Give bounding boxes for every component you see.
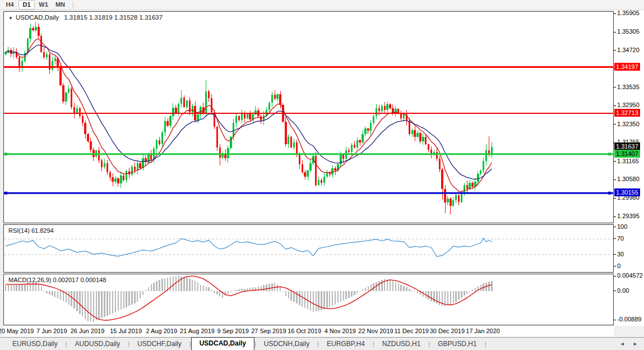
price-axis[interactable]: 1.359051.353051.347201.341351.335351.329… bbox=[614, 10, 644, 326]
rsi-axis-label: 0 bbox=[617, 262, 620, 269]
price-badge-1.32713: 1.32713 bbox=[614, 109, 640, 117]
rsi-chart[interactable] bbox=[4, 225, 613, 272]
timeframe-button-mn[interactable]: MN bbox=[52, 0, 68, 10]
rsi-panel[interactable]: RSI(14) 61.8294 bbox=[3, 224, 614, 273]
date-axis-label: 21 Aug 2019 bbox=[180, 328, 215, 334]
chart-symbol-label: USDCAD,Daily bbox=[16, 14, 59, 21]
price-axis-label: 1.30580 bbox=[617, 176, 640, 182]
hline-handle[interactable] bbox=[4, 153, 7, 155]
price-axis-tick bbox=[614, 13, 616, 14]
price-axis-label: 1.29395 bbox=[617, 213, 640, 219]
price-axis-tick bbox=[614, 198, 616, 199]
chart-tabs-bar: EURUSD,Daily|AUDUSD,Daily|USDCHF,Daily|U… bbox=[0, 337, 644, 350]
price-axis-tick bbox=[614, 179, 616, 180]
date-axis-label: 17 Jan 2020 bbox=[466, 328, 500, 334]
price-axis-tick bbox=[614, 105, 616, 106]
price-axis-tick bbox=[614, 32, 616, 33]
tab-scroll-left-icon[interactable]: ◄ bbox=[620, 341, 628, 347]
price-axis-label: 1.35905 bbox=[617, 10, 640, 16]
timeframe-button-d1[interactable]: D1 bbox=[18, 0, 35, 10]
date-axis-label: 27 Sep 2019 bbox=[251, 328, 286, 334]
tab-separator: | bbox=[485, 340, 487, 347]
rsi-axis-tick bbox=[614, 238, 616, 239]
price-axis-label: 1.34720 bbox=[617, 47, 640, 53]
rsi-axis-label: 30 bbox=[617, 251, 624, 257]
date-axis-label: 26 Jun 2019 bbox=[71, 328, 105, 334]
rsi-label: RSI(14) 61.8294 bbox=[8, 227, 54, 234]
price-axis-label: 1.32350 bbox=[617, 121, 640, 127]
macd-axis-label: 0.00 bbox=[617, 287, 629, 294]
date-axis-label: 15 Jul 2019 bbox=[110, 328, 142, 334]
rsi-axis-tick bbox=[614, 227, 616, 227]
chart-tab-eurusd[interactable]: EURUSD,Daily bbox=[4, 338, 66, 350]
hline-handle[interactable] bbox=[608, 153, 611, 155]
timeframe-button-h4[interactable]: H4 bbox=[2, 0, 18, 10]
date-axis[interactable]: 20 May 20197 Jun 201926 Jun 201915 Jul 2… bbox=[3, 326, 614, 337]
price-chart-panel[interactable]: ▼USDCAD,Daily1.31815 1.31819 1.31528 1.3… bbox=[3, 11, 614, 223]
price-axis-tick bbox=[614, 217, 616, 217]
rsi-axis-label: 100 bbox=[617, 223, 627, 230]
price-axis-label: 1.33535 bbox=[617, 84, 640, 90]
price-badge-1.31407: 1.31407 bbox=[614, 150, 640, 158]
chart-ohlc-values: 1.31815 1.31819 1.31528 1.31637 bbox=[64, 14, 163, 21]
rsi-axis-tick bbox=[614, 254, 616, 255]
macd-label: MACD(12,26,9) 0.002017 0.000148 bbox=[8, 277, 106, 283]
candles bbox=[4, 22, 493, 214]
symbol-dropdown-icon[interactable]: ▼ bbox=[8, 16, 13, 21]
timeframe-toolbar: H4D1W1MN bbox=[0, 0, 644, 10]
macd-axis-label: -0.00889 bbox=[617, 316, 641, 323]
chart-tab-gbpusd[interactable]: GBPUSD,H1 bbox=[430, 338, 484, 350]
price-badge-1.34197: 1.34197 bbox=[614, 63, 640, 71]
date-axis-label: 9 Sep 2019 bbox=[217, 328, 249, 334]
hline-handle[interactable] bbox=[4, 192, 7, 195]
price-axis-tick bbox=[614, 124, 616, 125]
macd-panel[interactable]: MACD(12,26,9) 0.002017 0.000148 bbox=[3, 274, 614, 325]
price-axis-tick bbox=[614, 50, 616, 50]
date-axis-label: 16 Oct 2019 bbox=[288, 328, 321, 334]
date-axis-label: 20 May 2019 bbox=[0, 328, 34, 334]
macd-axis-tick bbox=[614, 276, 616, 277]
date-axis-label: 7 Jun 2019 bbox=[36, 328, 67, 334]
macd-axis-tick bbox=[614, 291, 616, 291]
price-badge-1.30155: 1.30155 bbox=[614, 188, 640, 196]
candlestick-chart[interactable] bbox=[4, 12, 613, 223]
rsi-axis-tick bbox=[614, 266, 616, 266]
terminal-window: H4D1W1MN ▼USDCAD,Daily1.31815 1.31819 1.… bbox=[0, 0, 644, 350]
chart-tab-eurgbp[interactable]: EURGBP,H4 bbox=[319, 338, 373, 350]
price-axis-label: 1.35305 bbox=[617, 28, 640, 35]
price-axis-label: 1.31165 bbox=[617, 158, 639, 164]
chart-tab-usdcad[interactable]: USDCAD,Daily bbox=[191, 337, 254, 350]
rsi-axis-label: 70 bbox=[617, 235, 624, 242]
tab-scroll-arrows[interactable]: ◄ ► bbox=[620, 341, 641, 347]
chart-tab-nzdusd[interactable]: NZDUSD,H1 bbox=[374, 338, 429, 350]
chart-tab-audusd[interactable]: AUDUSD,Daily bbox=[67, 338, 128, 350]
date-axis-label: 11 Dec 2019 bbox=[394, 328, 429, 334]
toolbar-separator bbox=[73, 1, 73, 8]
chart-title: ▼USDCAD,Daily1.31815 1.31819 1.31528 1.3… bbox=[8, 14, 163, 21]
macd-axis-tick bbox=[614, 320, 616, 320]
ma-line-8 bbox=[6, 39, 492, 192]
timeframe-button-w1[interactable]: W1 bbox=[35, 0, 52, 10]
price-axis-tick bbox=[614, 161, 616, 162]
rsi-line bbox=[6, 238, 492, 257]
price-axis-label: 1.32950 bbox=[617, 102, 640, 108]
hline-handle[interactable] bbox=[608, 192, 611, 195]
chart-tab-usdcnh[interactable]: USDCNH,Daily bbox=[256, 338, 317, 350]
price-axis-tick bbox=[614, 87, 616, 88]
date-axis-label: 2 Aug 2019 bbox=[146, 328, 177, 334]
chart-tab-usdchf[interactable]: USDCHF,Daily bbox=[129, 338, 189, 350]
macd-axis-label: 0.004572 bbox=[617, 272, 643, 279]
date-axis-label: 22 Nov 2019 bbox=[358, 328, 393, 334]
date-axis-label: 30 Dec 2019 bbox=[430, 328, 465, 334]
ma-line-18 bbox=[6, 45, 492, 179]
date-axis-label: 4 Nov 2019 bbox=[325, 328, 356, 334]
tab-scroll-right-icon[interactable]: ► bbox=[633, 341, 641, 347]
